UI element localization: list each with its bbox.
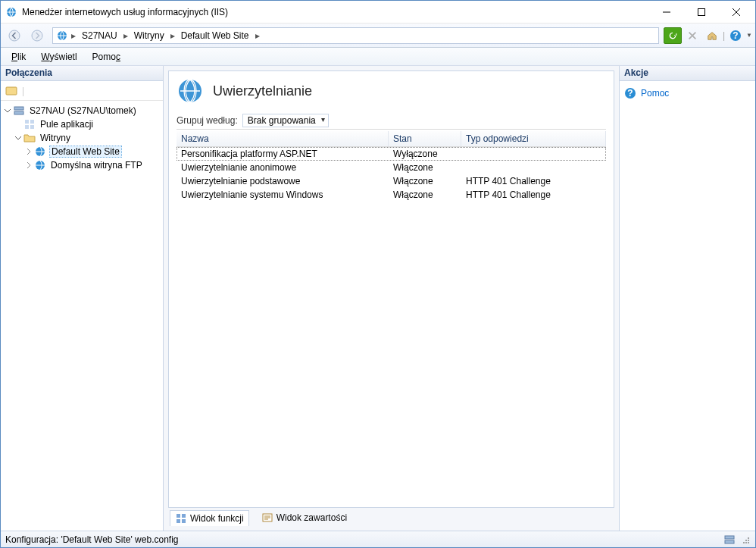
row-state: Włączone — [389, 161, 461, 174]
col-state[interactable]: Stan — [389, 131, 461, 146]
authentication-icon — [177, 77, 204, 105]
svg-text:?: ? — [627, 88, 633, 99]
iis-icon — [5, 6, 17, 18]
tree-default-site-node[interactable]: Default Web Site — [2, 145, 161, 158]
tree-server-node[interactable]: S27NAU (S27NAU\tomek) — [2, 104, 161, 117]
center-panel: Uwierzytelnianie Grupuj według: Brak gru… — [164, 66, 619, 531]
row-resp: HTTP 401 Challenge — [461, 175, 606, 187]
svg-rect-20 — [177, 519, 180, 523]
connections-panel: Połączenia | S27NAU (S27NAU\tomek) Pule … — [1, 66, 164, 531]
svg-rect-8 — [14, 107, 23, 110]
table-row[interactable]: Uwierzytelnianie systemu Windows Włączon… — [177, 188, 606, 202]
tree-apppools-label: Pule aplikacji — [39, 119, 95, 130]
actions-panel: Akcje ? Pomoc — [619, 66, 755, 531]
tree-sites-label: Witryny — [39, 133, 72, 143]
action-help[interactable]: ? Pomoc — [624, 86, 751, 101]
svg-point-2 — [9, 30, 20, 41]
add-connection-icon[interactable] — [4, 83, 19, 99]
breadcrumb-sites[interactable]: Witryny — [131, 30, 167, 41]
svg-rect-11 — [30, 120, 34, 124]
group-label: Grupuj według: — [177, 115, 238, 126]
features-icon — [175, 512, 187, 525]
col-name[interactable]: Nazwa — [177, 131, 389, 146]
nav-toolbar: ▸ S27NAU ▸ Witryny ▸ Default Web Site ▸ … — [1, 23, 755, 48]
help-button[interactable]: ? — [726, 27, 745, 44]
actions-list: ? Pomoc — [620, 81, 755, 105]
minimize-button[interactable] — [649, 2, 684, 23]
svg-rect-26 — [725, 540, 734, 543]
menu-help[interactable]: Pomoc — [86, 50, 127, 64]
grid-body: Personifikacja platformy ASP.NET Wyłączo… — [177, 147, 606, 501]
svg-rect-25 — [725, 536, 734, 539]
row-name: Uwierzytelnianie podstawowe — [177, 175, 389, 187]
feature-header: Uwierzytelnianie — [177, 77, 606, 105]
maximize-button[interactable] — [684, 2, 719, 23]
server-icon — [13, 105, 25, 117]
resize-grip[interactable] — [740, 534, 751, 545]
folder-icon — [23, 132, 36, 144]
table-row[interactable]: Personifikacja platformy ASP.NET Wyłączo… — [177, 147, 606, 161]
tab-content[interactable]: Widok zawartości — [257, 510, 351, 525]
connections-header: Połączenia — [1, 66, 163, 81]
group-row: Grupuj według: Brak grupowania — [177, 112, 606, 130]
home-button[interactable] — [703, 27, 721, 44]
connections-toolbar: | — [1, 81, 163, 101]
tree-ftp-site-label: Domyślna witryna FTP — [49, 160, 144, 171]
statusbar: Konfiguracja: 'Default Web Site' web.con… — [1, 531, 755, 547]
svg-point-29 — [748, 540, 749, 541]
row-resp — [461, 153, 606, 155]
breadcrumb[interactable]: ▸ S27NAU ▸ Witryny ▸ Default Web Site ▸ — [52, 27, 659, 44]
breadcrumb-server[interactable]: S27NAU — [79, 30, 120, 41]
row-name: Uwierzytelnianie systemu Windows — [177, 189, 389, 201]
tree-apppools-node[interactable]: Pule aplikacji — [2, 117, 161, 131]
expand-icon[interactable] — [23, 146, 34, 157]
chevron-right-icon: ▸ — [122, 30, 130, 41]
action-help-label: Pomoc — [641, 88, 669, 99]
status-config: Konfiguracja: 'Default Web Site' web.con… — [5, 534, 179, 545]
svg-rect-19 — [182, 514, 186, 518]
chevron-right-icon: ▸ — [254, 30, 261, 41]
menu-view[interactable]: Wyświetl — [35, 50, 83, 64]
refresh-button[interactable] — [664, 27, 682, 44]
svg-rect-12 — [25, 125, 29, 129]
tab-content-label: Widok zawartości — [276, 512, 347, 523]
svg-point-27 — [748, 537, 749, 539]
svg-rect-21 — [182, 519, 186, 523]
globe-icon — [56, 30, 68, 42]
breadcrumb-default-site[interactable]: Default Web Site — [178, 30, 252, 41]
group-select[interactable]: Brak grupowania — [242, 114, 329, 127]
window-title: Menedżer internetowych usług informacyjn… — [22, 7, 649, 17]
tab-features[interactable]: Widok funkcji — [170, 510, 249, 526]
tree-sites-node[interactable]: Witryny — [2, 131, 161, 145]
svg-rect-9 — [14, 111, 23, 114]
back-button[interactable] — [4, 27, 25, 45]
content-icon — [261, 512, 273, 524]
main-area: Połączenia | S27NAU (S27NAU\tomek) Pule … — [1, 66, 755, 531]
help-icon: ? — [624, 87, 636, 99]
row-state: Włączone — [389, 175, 461, 187]
stop-button[interactable] — [683, 27, 701, 44]
col-resp[interactable]: Typ odpowiedzi — [461, 131, 606, 146]
tree-ftp-site-node[interactable]: Domyślna witryna FTP — [2, 158, 161, 172]
grid-header: Nazwa Stan Typ odpowiedzi — [177, 131, 606, 147]
table-row[interactable]: Uwierzytelnianie podstawowe Włączone HTT… — [177, 174, 606, 188]
expand-icon[interactable] — [23, 160, 34, 171]
globe-icon — [34, 159, 46, 171]
connections-tree: S27NAU (S27NAU\tomek) Pule aplikacji Wit… — [1, 101, 163, 531]
svg-point-3 — [32, 30, 42, 41]
feature-title: Uwierzytelnianie — [213, 83, 312, 99]
svg-point-30 — [743, 542, 745, 543]
table-row[interactable]: Uwierzytelnianie anonimowe Włączone — [177, 161, 606, 174]
close-button[interactable] — [719, 2, 754, 23]
tree-server-label: S27NAU (S27NAU\tomek) — [28, 105, 138, 116]
expand-icon[interactable] — [2, 105, 13, 116]
menu-file[interactable]: Plik — [5, 50, 32, 64]
status-icon — [723, 534, 736, 546]
svg-rect-10 — [25, 120, 29, 124]
menubar: Plik Wyświetl Pomoc — [1, 48, 755, 66]
forward-button[interactable] — [27, 27, 48, 45]
chevron-right-icon: ▸ — [70, 30, 77, 41]
chevron-right-icon: ▸ — [169, 30, 177, 41]
app-window: Menedżer internetowych usług informacyjn… — [0, 0, 756, 548]
expand-icon[interactable] — [13, 133, 23, 143]
